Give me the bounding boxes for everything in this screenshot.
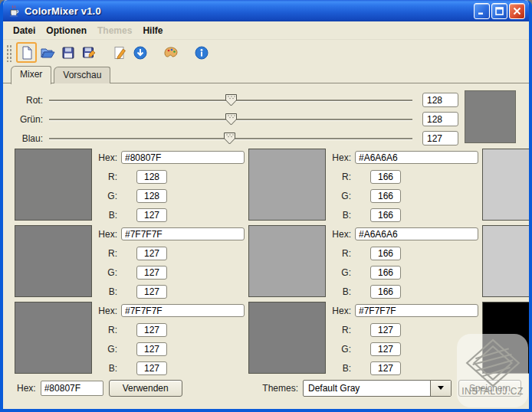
r-label: R: xyxy=(92,248,117,259)
down-arrow-circle-icon xyxy=(133,45,148,60)
new-file-button[interactable] xyxy=(16,42,37,63)
b-label: B: xyxy=(92,210,117,221)
info-icon xyxy=(194,45,209,60)
tab-vorschau[interactable]: Vorschau xyxy=(54,67,110,83)
verwenden-button[interactable]: Verwenden xyxy=(109,380,182,397)
save-as-icon xyxy=(81,45,97,60)
r-field[interactable] xyxy=(136,247,167,260)
window-title: ColorMixer v1.0 xyxy=(25,5,474,17)
color-swatch[interactable] xyxy=(248,149,326,221)
new-file-icon xyxy=(19,45,34,60)
minimize-button[interactable] xyxy=(474,3,490,19)
g-label: G: xyxy=(326,191,351,201)
palette-button[interactable] xyxy=(160,42,181,63)
green-value-field[interactable] xyxy=(422,112,458,126)
menu-optionen[interactable]: Optionen xyxy=(41,23,92,38)
r-label: R: xyxy=(92,172,117,182)
b-field[interactable] xyxy=(370,361,401,375)
b-field[interactable] xyxy=(370,208,401,222)
slider-section: Rot: Grün: xyxy=(3,83,529,146)
menu-hilfe[interactable]: Hilfe xyxy=(137,23,168,38)
hex-field[interactable] xyxy=(355,227,478,240)
color-swatch[interactable] xyxy=(482,302,532,374)
red-slider[interactable] xyxy=(49,93,412,107)
footer-hex-label: Hex: xyxy=(17,383,36,394)
red-slider-thumb[interactable] xyxy=(225,94,237,106)
footer-bar: Hex: Verwenden Themes: Default Gray Spei… xyxy=(3,379,529,397)
r-field[interactable] xyxy=(136,323,167,337)
themes-dropdown-value: Default Gray xyxy=(304,381,430,396)
blue-slider-thumb[interactable] xyxy=(224,132,235,145)
blue-value-field[interactable] xyxy=(422,131,458,146)
b-label: B: xyxy=(92,363,117,374)
edit-button[interactable] xyxy=(109,42,130,63)
color-swatch[interactable] xyxy=(482,149,532,221)
save-as-button[interactable] xyxy=(78,42,99,63)
color-preview xyxy=(465,90,516,143)
green-slider-thumb[interactable] xyxy=(225,113,237,126)
hex-field[interactable] xyxy=(121,227,245,240)
g-field[interactable] xyxy=(370,342,401,356)
menu-datei[interactable]: Datei xyxy=(8,23,41,38)
g-label: G: xyxy=(92,267,117,278)
mixer-panel: Rot: Grün: xyxy=(3,83,529,408)
themes-dropdown[interactable]: Default Gray xyxy=(303,380,452,397)
swatch-cell: Hex: R: G: B: xyxy=(482,225,532,297)
b-field[interactable] xyxy=(136,208,167,222)
maximize-button[interactable] xyxy=(491,3,507,19)
blue-slider-label: Blau: xyxy=(9,133,43,144)
open-folder-icon xyxy=(40,45,55,60)
hex-field[interactable] xyxy=(355,151,478,164)
color-swatch[interactable] xyxy=(15,225,92,297)
color-swatch[interactable] xyxy=(15,302,92,374)
color-swatch[interactable] xyxy=(15,149,92,221)
open-file-button[interactable] xyxy=(37,42,57,63)
g-field[interactable] xyxy=(370,189,401,203)
r-label: R: xyxy=(326,325,351,335)
g-field[interactable] xyxy=(370,266,401,280)
g-field[interactable] xyxy=(136,342,167,356)
r-field[interactable] xyxy=(370,247,401,260)
b-label: B: xyxy=(326,210,351,221)
b-field[interactable] xyxy=(136,285,167,299)
swatch-cell: Hex: R: G: B: xyxy=(15,149,245,221)
titlebar[interactable]: ColorMixer v1.0 xyxy=(3,0,529,21)
color-swatch[interactable] xyxy=(482,225,532,297)
hex-field[interactable] xyxy=(355,304,478,317)
hex-field[interactable] xyxy=(121,304,245,317)
toolbar-grip[interactable] xyxy=(6,44,11,62)
r-field[interactable] xyxy=(136,170,167,184)
footer-hex-field[interactable] xyxy=(41,381,103,396)
color-swatch[interactable] xyxy=(248,225,326,297)
hex-label: Hex: xyxy=(92,229,117,240)
download-button[interactable] xyxy=(130,42,150,63)
pencil-icon xyxy=(112,45,127,60)
close-button[interactable] xyxy=(509,3,525,19)
about-button[interactable] xyxy=(191,42,212,63)
red-value-field[interactable] xyxy=(422,93,458,107)
g-field[interactable] xyxy=(136,189,167,203)
blue-slider[interactable] xyxy=(49,132,412,146)
r-label: R: xyxy=(92,325,117,335)
toolbar xyxy=(3,40,529,65)
b-field[interactable] xyxy=(370,285,401,299)
save-button[interactable] xyxy=(57,42,78,63)
g-label: G: xyxy=(326,344,351,355)
tab-mixer[interactable]: Mixer xyxy=(11,66,51,84)
speichern-button[interactable]: Speichern xyxy=(458,380,521,397)
hex-label: Hex: xyxy=(326,306,351,316)
hex-field[interactable] xyxy=(121,151,245,164)
green-slider[interactable] xyxy=(49,113,412,126)
color-swatch[interactable] xyxy=(248,302,326,374)
r-field[interactable] xyxy=(370,323,401,337)
app-window: ColorMixer v1.0 Datei Optionen Themes Hi… xyxy=(0,0,532,412)
swatch-grid: Hex: R: G: B: Hex: R: G: B: xyxy=(3,146,529,374)
themes-dropdown-button[interactable] xyxy=(430,381,451,396)
r-field[interactable] xyxy=(370,170,401,184)
b-field[interactable] xyxy=(136,361,167,375)
swatch-cell: Hex: R: G: B: xyxy=(248,149,478,221)
hex-label: Hex: xyxy=(92,306,117,316)
g-field[interactable] xyxy=(136,266,167,280)
r-label: R: xyxy=(326,248,351,259)
tabstrip: Mixer Vorschau xyxy=(3,65,529,83)
